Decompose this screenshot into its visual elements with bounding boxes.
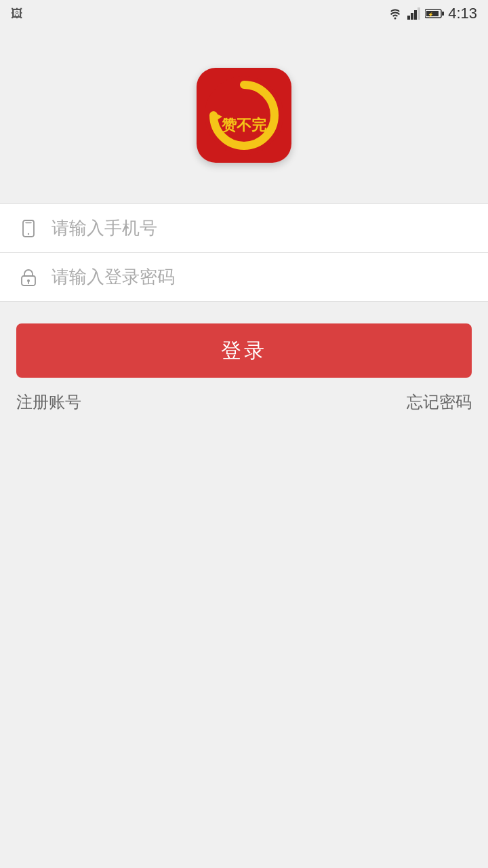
- register-link[interactable]: 注册账号: [16, 391, 81, 413]
- svg-rect-2: [414, 10, 417, 20]
- status-time: 4:13: [448, 5, 477, 22]
- forgot-password-link[interactable]: 忘记密码: [407, 391, 472, 413]
- phone-icon: [16, 216, 41, 241]
- logo-area: 赞不完: [197, 68, 291, 163]
- svg-rect-0: [407, 16, 410, 20]
- svg-rect-3: [418, 7, 420, 20]
- logo-svg: 赞不完: [203, 75, 285, 156]
- password-input-row: [0, 253, 488, 302]
- svg-rect-5: [442, 12, 444, 16]
- app-logo: 赞不完: [197, 68, 291, 163]
- links-row: 注册账号 忘记密码: [0, 378, 488, 413]
- app-container: 赞不完: [0, 27, 488, 868]
- screenshot-icon: 🖼: [11, 7, 23, 21]
- password-input[interactable]: [52, 253, 472, 301]
- status-bar-left: 🖼: [11, 7, 382, 21]
- status-bar: 🖼 ⚡ 4:13: [0, 0, 488, 27]
- svg-point-11: [28, 233, 29, 234]
- lock-icon: [16, 265, 41, 290]
- signal-icon: [407, 7, 421, 20]
- status-bar-right: ⚡ 4:13: [387, 5, 477, 22]
- form-area: [0, 203, 488, 302]
- svg-text:⚡: ⚡: [428, 12, 434, 18]
- svg-rect-1: [411, 13, 413, 20]
- login-button[interactable]: 登录: [16, 323, 472, 378]
- wifi-icon: [387, 7, 403, 20]
- phone-input-row: [0, 204, 488, 253]
- battery-icon: ⚡: [425, 8, 444, 19]
- svg-text:赞不完: 赞不完: [222, 117, 267, 134]
- buttons-area: 登录: [0, 302, 488, 378]
- phone-input[interactable]: [52, 204, 472, 252]
